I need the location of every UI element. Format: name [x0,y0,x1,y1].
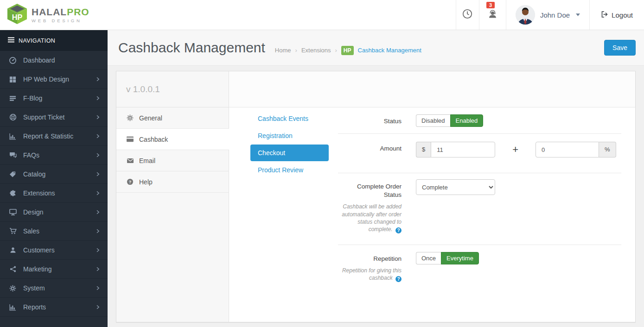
chevron-right-icon [96,210,100,214]
question-circle-icon: ? [126,178,134,185]
sidebar-item-hp-web-design[interactable]: HP Web Design [0,70,108,89]
order-status-label: Complete Order Status [338,179,402,199]
fixed-amount-input[interactable] [431,142,495,157]
page-header: Cashback Management Home › Extensions › … [108,30,644,66]
chevron-right-icon [96,267,100,271]
status-label: Status [338,114,402,127]
sidebar-item-reports[interactable]: Reports [0,298,108,317]
tab-email[interactable]: Email [116,150,229,171]
currency-addon: $ [416,142,431,157]
tab-help[interactable]: ? Help [116,171,229,193]
svg-text:?: ? [129,180,131,184]
bar-chart-icon [8,133,18,140]
chevron-right-icon [96,248,100,252]
order-status-select[interactable]: Complete [416,179,495,195]
share-icon [8,266,18,272]
chevron-right-icon [96,191,100,195]
chevron-down-icon [576,13,580,16]
chevron-right-icon [96,305,100,309]
user-avatar [516,5,535,25]
windows-icon [8,76,18,83]
repetition-help: Repetition for giving this cashback ? [338,267,402,282]
subnav-cashback-events[interactable]: Cashback Events [250,110,329,127]
tab-column: v 1.0.0.1 General Cashback [116,71,229,322]
sidebar-item-system[interactable]: System [0,279,108,298]
sign-out-icon [601,11,608,19]
sidebar-item-extensions[interactable]: Extensions [0,184,108,203]
chevron-right-icon [96,77,100,82]
logout-label: Logout [612,11,633,19]
percent-amount-group: % [536,142,616,157]
order-status-row: Complete Order Status Cashback will be a… [338,173,621,245]
content-area: v 1.0.0.1 General Cashback [108,66,644,327]
sidebar-item-catalog[interactable]: Catalog [0,165,108,184]
sidebar: NAVIGATION Dashboard HP Web Design F-Blo… [0,30,108,327]
gear-icon [8,285,18,292]
chevron-right-icon [96,134,100,138]
user-menu[interactable]: John Doe [506,0,589,30]
sidebar-item-faqs[interactable]: FAQs [0,146,108,165]
tab-cashback[interactable]: Cashback [116,129,229,150]
sidebar-item-design[interactable]: Design [0,203,108,222]
logo-cube-letters: HP [12,13,23,21]
status-enabled-button[interactable]: Enabled [450,114,484,127]
sidebar-item-support-ticket[interactable]: Support Ticket [0,108,108,127]
repetition-label: Repetition [338,252,402,263]
logo-text: HALALPRO WEB DESIGN [32,7,89,23]
percent-amount-input[interactable] [536,142,599,157]
sidebar-item-f-blog[interactable]: F-Blog [0,89,108,108]
user-name: John Doe [540,11,570,19]
topbar: HP HALALPRO WEB DESIGN 3 [0,0,644,30]
question-circle-icon[interactable]: ? [395,227,402,233]
chevron-right-icon [96,229,100,233]
sidebar-item-marketing[interactable]: Marketing [0,260,108,279]
app-logo[interactable]: HP HALALPRO WEB DESIGN [0,0,108,30]
breadcrumb-separator: › [335,47,337,54]
repetition-row: Repetition Repetition for giving this ca… [338,245,621,301]
list-icon [8,95,18,102]
chevron-right-icon [96,153,100,157]
version-label: v 1.0.0.1 [116,71,229,107]
support-tickets-button[interactable]: 3 [479,0,506,30]
breadcrumb-separator: › [295,47,297,54]
repetition-once-button[interactable]: Once [416,252,441,264]
breadcrumb-current[interactable]: Cashback Management [358,47,421,54]
desktop-icon [8,208,18,216]
logout-button[interactable]: Logout [589,0,644,30]
plus-sign: + [512,142,518,156]
recent-activity-button[interactable] [456,0,479,30]
repetition-toggle: Once Everytime [416,252,479,264]
breadcrumb-home[interactable]: Home [275,47,291,54]
repetition-everytime-button[interactable]: Everytime [441,252,479,264]
sidebar-item-dashboard[interactable]: Dashboard [0,51,108,70]
save-button[interactable]: Save [604,40,636,56]
chevron-right-icon [96,96,100,101]
order-status-help: Cashback will be added automatically aft… [338,203,402,233]
clock-icon [462,9,472,21]
question-circle-icon[interactable]: ? [395,276,402,282]
breadcrumb-extensions[interactable]: Extensions [301,47,331,54]
chevron-right-icon [96,115,100,119]
user-icon [8,247,18,253]
sidebar-header: NAVIGATION [0,30,108,51]
amount-row: Amount $ + % [338,134,621,173]
hp-badge: HP [341,46,354,55]
percent-addon: % [599,142,616,157]
chart-icon [8,304,18,311]
tab-general[interactable]: General [116,107,229,129]
subnav-product-review[interactable]: Product Review [250,162,329,178]
status-disabled-button[interactable]: Disabled [416,114,450,127]
comments-icon [8,151,18,159]
chevron-right-icon [96,286,100,290]
sidebar-item-report-statistic[interactable]: Report & Statistic [0,127,108,146]
breadcrumb: Home › Extensions › HP Cashback Manageme… [275,46,421,55]
credit-card-icon [126,135,134,143]
cashback-subnav: Cashback Events Registration Checkout Pr… [229,107,338,322]
page-title: Cashback Management [118,40,265,56]
subnav-checkout[interactable]: Checkout [250,145,329,161]
subnav-registration[interactable]: Registration [250,127,329,144]
sidebar-item-customers[interactable]: Customers [0,241,108,260]
sidebar-item-sales[interactable]: Sales [0,222,108,241]
logo-cube-icon: HP [7,3,27,26]
checkout-form: Status Disabled Enabled Amount $ [338,107,635,322]
